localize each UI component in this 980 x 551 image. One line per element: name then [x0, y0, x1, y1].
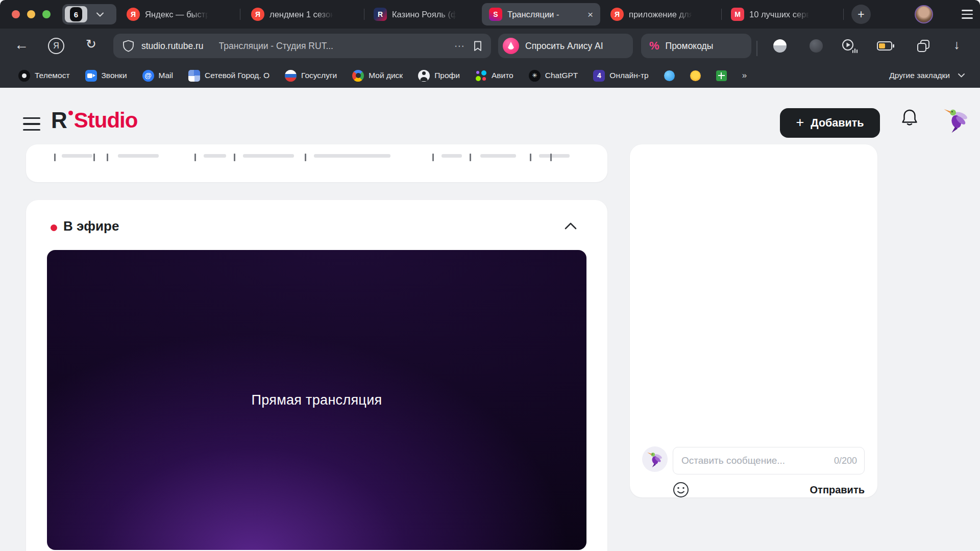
rutube-studio-favicon: S [489, 8, 502, 21]
chatgpt-icon [529, 70, 541, 82]
percent-icon: % [649, 39, 659, 53]
back-button[interactable]: ← [14, 37, 29, 53]
close-window-button[interactable] [12, 10, 20, 18]
yandex-home-button[interactable]: Я [48, 38, 64, 54]
tab-divider [240, 9, 240, 20]
tab-group-active[interactable]: 6 [65, 6, 87, 22]
promo-codes-button[interactable]: % Промокоды [641, 34, 751, 58]
bookmark-zvonki[interactable]: Звонки [85, 70, 127, 82]
fullscreen-window-button[interactable] [42, 10, 51, 18]
live-stream-placeholder-text: Прямая трансляция [252, 392, 382, 408]
bookmark-favicon-orange[interactable] [690, 70, 701, 81]
bookmark-mail[interactable]: @ Mail [142, 70, 173, 82]
tab-count-badge: 6 [70, 7, 82, 21]
tab-group-switcher[interactable]: 6 [62, 4, 116, 24]
window-controls [12, 10, 51, 18]
bookmark-gosuslugi[interactable]: Госуслуги [285, 70, 337, 82]
tab-label: Яндекс — быстр [145, 10, 210, 19]
m-favicon: M [731, 8, 744, 21]
extension-orb-icon[interactable] [810, 39, 823, 53]
chat-panel-card: 0/200 Отправить [630, 144, 877, 497]
add-button-label: Добавить [811, 117, 864, 130]
mail-icon: @ [142, 70, 154, 82]
reload-button[interactable]: ↻ [86, 37, 96, 52]
alice-icon [503, 38, 519, 54]
tab-yandex-search[interactable]: Я Яндекс — быстр [127, 5, 231, 23]
bookmark-favicon-green[interactable] [716, 70, 727, 81]
tab-translyacii-active[interactable]: S Трансляции - × [482, 3, 600, 26]
tab-prilozhenie[interactable]: Я приложение для [610, 5, 713, 23]
tab-divider [364, 9, 364, 20]
send-message-button[interactable]: Отправить [810, 484, 865, 496]
live-dot-icon [51, 224, 57, 231]
tab-10-luchshih[interactable]: M 10 лучших серв [731, 5, 839, 23]
browser-menu-icon[interactable] [962, 10, 973, 19]
vk-calls-icon [85, 70, 97, 82]
tab-label: 10 лучших серв [749, 10, 811, 19]
ask-alice-button[interactable]: Спросить Алису AI [498, 34, 633, 58]
rutube-studio-page: R Studio + Добавить [0, 88, 980, 551]
alice-orb-icon[interactable] [773, 39, 787, 53]
tab-label: приложение для [629, 10, 694, 19]
bookmark-favicon-blue[interactable] [664, 70, 675, 81]
chat-char-counter: 0/200 [834, 456, 857, 466]
yandex-favicon: Я [251, 8, 264, 21]
bookmark-profi[interactable]: Профи [418, 70, 460, 82]
tabs-sync-icon[interactable] [916, 38, 931, 54]
profi-person-icon [418, 70, 430, 82]
live-section-header: В эфире [26, 200, 607, 250]
bookmark-telemost[interactable]: Телемост [18, 70, 70, 82]
rutube-favicon: R [374, 8, 387, 21]
disk-icon [352, 70, 364, 82]
new-tab-button[interactable]: + [851, 5, 871, 24]
promo-codes-label: Промокоды [666, 41, 714, 52]
page-title-text: Трансляции - Студия RUT... [219, 41, 333, 52]
tab-label: лендмен 1 сезон [270, 10, 335, 19]
setevoy-gorod-icon [188, 70, 200, 82]
tab-landman[interactable]: Я лендмен 1 сезон [251, 5, 356, 23]
bookmark-avito[interactable]: Авито [475, 70, 513, 82]
logo-studio: Studio [74, 109, 138, 132]
video-translate-icon[interactable] [841, 38, 857, 54]
url-text: studio.rutube.ru [141, 41, 204, 52]
studio-header: R Studio + Добавить [0, 88, 980, 143]
live-section-title: В эфире [63, 218, 119, 234]
chevron-down-icon[interactable] [958, 73, 965, 78]
user-avatar-hummingbird[interactable] [942, 106, 970, 134]
ask-alice-label: Спросить Алису AI [525, 41, 603, 52]
add-button[interactable]: + Добавить [780, 108, 880, 138]
bookmarks-overflow-icon[interactable]: » [742, 70, 746, 81]
bookmark-onlayn-tr[interactable]: 4 Онлайн-тр [593, 70, 648, 82]
chevron-down-icon[interactable] [96, 12, 104, 17]
notifications-bell-icon[interactable] [900, 108, 919, 128]
address-bar[interactable]: studio.rutube.ru Трансляции - Студия RUT… [113, 34, 491, 58]
bookmark-moy-disk[interactable]: Мой диск [352, 70, 403, 82]
download-icon[interactable]: ↓ [953, 37, 960, 52]
tab-casino-royale[interactable]: R Казино Рояль (ф [374, 5, 475, 23]
logo-dot [68, 111, 73, 115]
browser-tab-bar: 6 Я Яндекс — быстр Я лендмен 1 сезон R К… [0, 0, 980, 29]
bookmark-chatgpt[interactable]: ChatGPT [529, 70, 578, 82]
other-bookmarks-button[interactable]: Другие закладки [889, 71, 950, 80]
toolbar-divider [756, 41, 757, 56]
minimize-window-button[interactable] [27, 10, 35, 18]
menu-hamburger-icon[interactable] [23, 117, 40, 131]
chat-message-field[interactable]: 0/200 [673, 447, 865, 474]
chevron-up-icon[interactable] [565, 222, 577, 230]
bookmarks-bar: Телемост Звонки @ Mail Сетевой Город. О … [0, 63, 980, 88]
logo-r: R [51, 109, 67, 132]
emoji-smiley-icon[interactable] [672, 481, 690, 498]
chat-message-input[interactable] [681, 455, 829, 466]
bookmark-setevoy-gorod[interactable]: Сетевой Город. О [188, 70, 270, 82]
browser-profile-avatar[interactable] [915, 5, 933, 23]
live-stream-player[interactable]: Прямая трансляция [47, 250, 586, 550]
close-tab-icon[interactable]: × [587, 10, 593, 19]
four-icon: 4 [593, 70, 605, 82]
battery-icon[interactable] [877, 41, 894, 51]
avito-dots-icon [475, 70, 487, 82]
address-more-icon[interactable]: ⋯ [454, 40, 465, 52]
rutube-studio-logo[interactable]: R Studio [51, 109, 137, 132]
bookmark-ribbon-icon[interactable] [474, 41, 482, 52]
tab-divider [721, 9, 722, 20]
shield-icon[interactable] [122, 40, 134, 52]
